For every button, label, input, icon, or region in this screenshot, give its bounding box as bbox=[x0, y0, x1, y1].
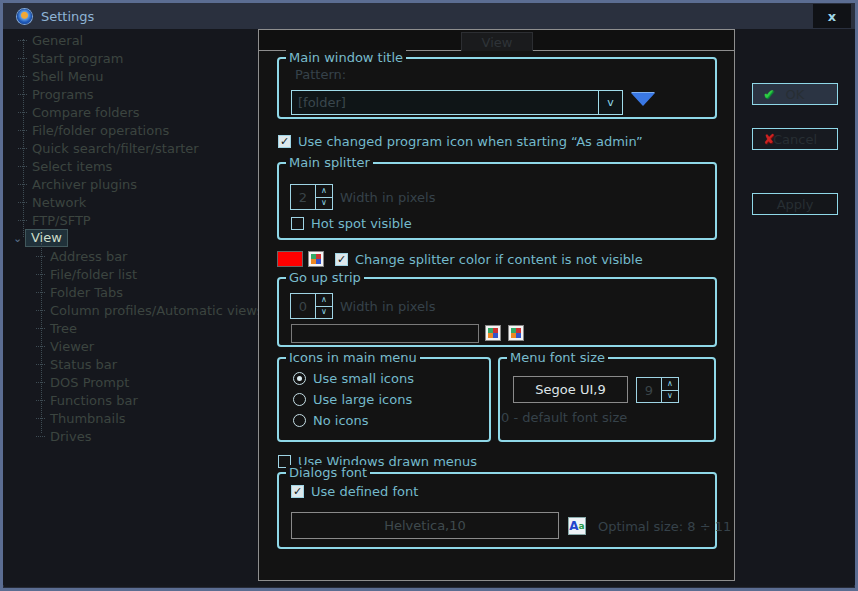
large-icons-label[interactable]: Use large icons bbox=[313, 392, 412, 407]
pattern-label: Pattern: bbox=[295, 67, 346, 82]
sidebar-item-general[interactable]: General bbox=[9, 31, 257, 49]
spin-up-icon[interactable]: ∧ bbox=[316, 294, 332, 307]
sidebar-item-folder-tabs[interactable]: Folder Tabs bbox=[9, 283, 257, 301]
group-icons-in-main-menu: Icons in main menu Use small icons Use l… bbox=[277, 357, 491, 442]
combo-dropdown-icon[interactable]: v bbox=[598, 91, 622, 114]
color-picker-icon[interactable] bbox=[508, 325, 524, 341]
radio-row-large-icons: Use large icons bbox=[293, 392, 412, 407]
color-picker-icon[interactable] bbox=[485, 325, 501, 341]
admin-icon-label[interactable]: Use changed program icon when starting “… bbox=[298, 134, 643, 149]
group-main-splitter: Main splitter 2 ∧∨ Width in pixels Hot s… bbox=[277, 162, 717, 240]
sidebar-item-programs[interactable]: Programs bbox=[9, 85, 257, 103]
sidebar-item-quick-search[interactable]: Quick search/filter/starter bbox=[9, 139, 257, 157]
tree-line bbox=[41, 243, 42, 433]
spin-down-icon[interactable]: ∨ bbox=[316, 198, 332, 210]
hot-spot-label[interactable]: Hot spot visible bbox=[311, 216, 412, 231]
group-dialogs-font: Dialogs font ✓ Use defined font Helvetic… bbox=[277, 472, 717, 549]
splitter-color-swatch[interactable] bbox=[277, 251, 303, 267]
sidebar-item-column-profiles[interactable]: Column profiles/Automatic views bbox=[9, 301, 257, 319]
sidebar-item-compare-folders[interactable]: Compare folders bbox=[9, 103, 257, 121]
use-defined-font-checkbox[interactable]: ✓ bbox=[291, 485, 304, 498]
tab-view[interactable]: View bbox=[461, 32, 533, 51]
goup-width-row: 0 ∧∨ Width in pixels bbox=[290, 293, 435, 319]
group-caption: Main splitter bbox=[286, 155, 373, 170]
dialogs-font-hint: Optimal size: 8 ÷ 11 bbox=[598, 519, 731, 534]
sidebar-item-status-bar[interactable]: Status bar bbox=[9, 355, 257, 373]
sidebar-item-shell-menu[interactable]: Shell Menu bbox=[9, 67, 257, 85]
sidebar-item-functions-bar[interactable]: Functions bar bbox=[9, 391, 257, 409]
use-defined-font-label[interactable]: Use defined font bbox=[311, 484, 418, 499]
splitter-color-label[interactable]: Change splitter color if content is not … bbox=[355, 252, 643, 267]
goup-width-label: Width in pixels bbox=[340, 299, 435, 314]
sidebar-item-tree[interactable]: Tree bbox=[9, 319, 257, 337]
sidebar-item-thumbnails[interactable]: Thumbnails bbox=[9, 409, 257, 427]
splitter-width-label: Width in pixels bbox=[340, 190, 435, 205]
apply-button[interactable]: Apply bbox=[752, 193, 838, 215]
sidebar-item-viewer[interactable]: Viewer bbox=[9, 337, 257, 355]
titlebar[interactable]: Settings x bbox=[3, 3, 855, 29]
spin-up-icon[interactable]: ∧ bbox=[316, 185, 332, 198]
pattern-menu-arrow-icon[interactable] bbox=[631, 93, 655, 106]
sidebar-item-address-bar[interactable]: Address bar bbox=[9, 247, 257, 265]
splitter-width-stepper[interactable]: 2 ∧∨ bbox=[290, 184, 333, 210]
menu-font-size-stepper[interactable]: 9 ∧∨ bbox=[636, 377, 679, 403]
no-icons-label[interactable]: No icons bbox=[313, 413, 369, 428]
window-body: General Start program Shell Menu Program… bbox=[3, 29, 855, 585]
view-settings-panel: View Main window title Pattern: [folder]… bbox=[258, 29, 735, 581]
menu-font-button[interactable]: Segoe UI,9 bbox=[513, 376, 628, 403]
dialogs-font-button[interactable]: Helvetica,10 bbox=[291, 512, 559, 539]
spin-down-icon[interactable]: ∨ bbox=[316, 307, 332, 319]
spin-down-icon[interactable]: ∨ bbox=[662, 391, 678, 403]
group-caption: Main window title bbox=[286, 50, 406, 65]
admin-icon-row: ✓ Use changed program icon when starting… bbox=[278, 134, 643, 149]
radio-row-no-icons: No icons bbox=[293, 413, 369, 428]
group-caption: Icons in main menu bbox=[286, 350, 420, 365]
hot-spot-row: Hot spot visible bbox=[291, 216, 412, 231]
tree-line bbox=[23, 39, 24, 237]
menu-font-hint: 0 - default font size bbox=[501, 410, 627, 425]
sidebar-item-file-folder-list[interactable]: File/folder list bbox=[9, 265, 257, 283]
goup-color-field[interactable] bbox=[291, 324, 479, 343]
app-globe-icon bbox=[17, 9, 32, 24]
splitter-width-row: 2 ∧∨ Width in pixels bbox=[290, 184, 435, 210]
no-icons-radio[interactable] bbox=[293, 414, 306, 427]
splitter-color-row: ✓ Change splitter color if content is no… bbox=[335, 252, 643, 267]
sidebar-item-start-program[interactable]: Start program bbox=[9, 49, 257, 67]
large-icons-radio[interactable] bbox=[293, 393, 306, 406]
sidebar-item-network[interactable]: Network bbox=[9, 193, 257, 211]
settings-window: Settings x General Start program Shell M… bbox=[0, 0, 858, 591]
group-caption: Go up strip bbox=[286, 270, 364, 285]
ok-check-icon: ✔ bbox=[763, 86, 775, 102]
goup-width-stepper[interactable]: 0 ∧∨ bbox=[290, 293, 333, 319]
tab-strip: View bbox=[259, 30, 734, 51]
cancel-button[interactable]: ✘ Cancel bbox=[752, 128, 838, 150]
sidebar-item-file-folder-operations[interactable]: File/folder operations bbox=[9, 121, 257, 139]
small-icons-radio[interactable] bbox=[293, 372, 306, 385]
cancel-x-icon: ✘ bbox=[763, 131, 775, 147]
spin-up-icon[interactable]: ∧ bbox=[662, 378, 678, 391]
group-caption: Menu font size bbox=[507, 350, 608, 365]
ok-button[interactable]: ✔ OK bbox=[752, 83, 838, 105]
close-button[interactable]: x bbox=[813, 4, 851, 28]
hot-spot-checkbox[interactable] bbox=[291, 217, 304, 230]
radio-row-small-icons: Use small icons bbox=[293, 371, 414, 386]
admin-icon-checkbox[interactable]: ✓ bbox=[278, 135, 291, 148]
sidebar-item-archiver-plugins[interactable]: Archiver plugins bbox=[9, 175, 257, 193]
sidebar-item-select-items[interactable]: Select items bbox=[9, 157, 257, 175]
group-menu-font-size: Menu font size Segoe UI,9 9 ∧∨ 0 - defau… bbox=[498, 357, 716, 442]
pattern-combobox[interactable]: [folder] v bbox=[291, 90, 623, 115]
sidebar-item-ftp-sftp[interactable]: FTP/SFTP bbox=[9, 211, 257, 229]
pattern-value: [folder] bbox=[292, 91, 598, 114]
sidebar-item-drives[interactable]: Drives bbox=[9, 427, 257, 445]
use-defined-font-row: ✓ Use defined font bbox=[291, 484, 418, 499]
small-icons-label[interactable]: Use small icons bbox=[313, 371, 414, 386]
splitter-color-checkbox[interactable]: ✓ bbox=[335, 253, 348, 266]
group-go-up-strip: Go up strip 0 ∧∨ Width in pixels bbox=[277, 277, 717, 347]
group-caption: Dialogs font bbox=[286, 465, 370, 480]
font-picker-icon[interactable]: Aa bbox=[568, 517, 586, 535]
window-title: Settings bbox=[41, 9, 94, 24]
settings-tree: General Start program Shell Menu Program… bbox=[9, 31, 257, 481]
color-picker-icon[interactable] bbox=[308, 251, 324, 267]
sidebar-item-dos-prompt[interactable]: DOS Prompt bbox=[9, 373, 257, 391]
sidebar-item-view[interactable]: ⌄View bbox=[9, 229, 257, 247]
